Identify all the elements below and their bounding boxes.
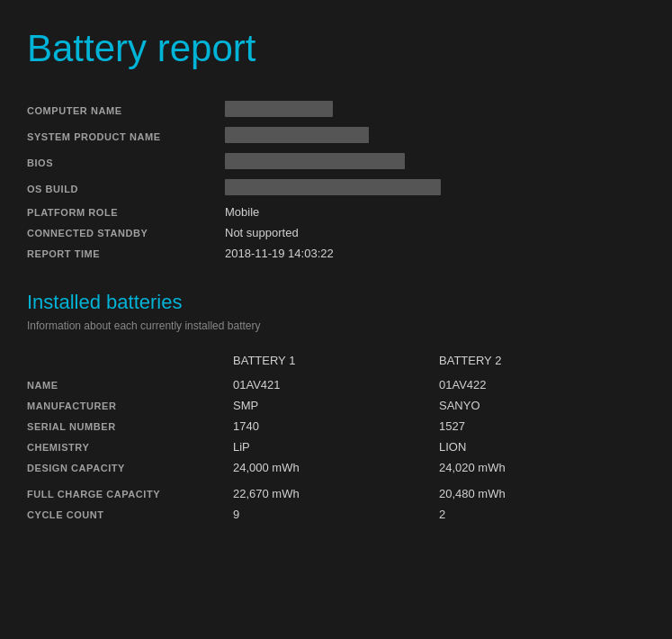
design-capacity-row: DESIGN CAPACITY 24,000 mWh 24,020 mWh <box>27 457 645 478</box>
report-time-value: 2018-11-19 14:03:22 <box>225 243 645 264</box>
connected-standby-row: CONNECTED STANDBY Not supported <box>27 222 645 243</box>
manufacturer-b1: SMP <box>233 395 439 416</box>
chemistry-row: CHEMISTRY LiP LION <box>27 436 645 457</box>
batteries-section-subtitle: Information about each currently install… <box>27 320 645 332</box>
batteries-header-row: BATTERY 1 BATTERY 2 <box>27 350 645 374</box>
serial-number-row: SERIAL NUMBER 1740 1527 <box>27 416 645 436</box>
bios-redacted <box>225 153 405 169</box>
design-capacity-label: DESIGN CAPACITY <box>27 457 233 478</box>
full-charge-capacity-b1: 22,670 mWh <box>233 478 439 504</box>
full-charge-capacity-b2: 20,480 mWh <box>439 478 645 504</box>
connected-standby-label: CONNECTED STANDBY <box>27 222 225 243</box>
design-capacity-b2: 24,020 mWh <box>439 457 645 478</box>
cycle-count-label: CYCLE COUNT <box>27 504 233 525</box>
system-product-name-redacted <box>225 127 369 143</box>
cycle-count-b2: 2 <box>439 504 645 525</box>
serial-number-b1: 1740 <box>233 416 439 436</box>
design-capacity-b1: 24,000 mWh <box>233 457 439 478</box>
system-product-name-label: SYSTEM PRODUCT NAME <box>27 123 225 149</box>
name-b2: 01AV422 <box>439 374 645 395</box>
battery2-header: BATTERY 2 <box>439 350 645 374</box>
name-row: NAME 01AV421 01AV422 <box>27 374 645 395</box>
os-build-label: OS BUILD <box>27 176 225 202</box>
manufacturer-label: MANUFACTURER <box>27 395 233 416</box>
name-label: NAME <box>27 374 233 395</box>
os-build-row: OS BUILD <box>27 176 645 202</box>
connected-standby-value: Not supported <box>225 222 645 243</box>
batteries-table: BATTERY 1 BATTERY 2 NAME 01AV421 01AV422… <box>27 350 645 525</box>
system-product-name-row: SYSTEM PRODUCT NAME <box>27 123 645 149</box>
cycle-count-b1: 9 <box>233 504 439 525</box>
full-charge-capacity-label: FULL CHARGE CAPACITY <box>27 478 233 504</box>
batteries-section: Installed batteries Information about ea… <box>27 291 645 332</box>
chemistry-b2: LION <box>439 436 645 457</box>
batteries-section-title: Installed batteries <box>27 291 645 314</box>
os-build-redacted <box>225 179 441 195</box>
bios-row: BIOS <box>27 149 645 176</box>
manufacturer-b2: SANYO <box>439 395 645 416</box>
batteries-label-col <box>27 350 233 374</box>
serial-number-b2: 1527 <box>439 416 645 436</box>
computer-name-label: COMPUTER NAME <box>27 97 225 123</box>
platform-role-label: PLATFORM ROLE <box>27 202 225 222</box>
computer-name-value <box>225 97 645 123</box>
system-product-name-value <box>225 123 645 149</box>
full-charge-capacity-row: FULL CHARGE CAPACITY 22,670 mWh 20,480 m… <box>27 478 645 504</box>
bios-label: BIOS <box>27 149 225 176</box>
computer-name-row: COMPUTER NAME <box>27 97 645 123</box>
system-info-table: COMPUTER NAME SYSTEM PRODUCT NAME BIOS O… <box>27 97 645 264</box>
serial-number-label: SERIAL NUMBER <box>27 416 233 436</box>
report-time-row: REPORT TIME 2018-11-19 14:03:22 <box>27 243 645 264</box>
platform-role-value: Mobile <box>225 202 645 222</box>
chemistry-label: CHEMISTRY <box>27 436 233 457</box>
chemistry-b1: LiP <box>233 436 439 457</box>
bios-value <box>225 149 645 176</box>
battery1-header: BATTERY 1 <box>233 350 439 374</box>
report-time-label: REPORT TIME <box>27 243 225 264</box>
platform-role-row: PLATFORM ROLE Mobile <box>27 202 645 222</box>
manufacturer-row: MANUFACTURER SMP SANYO <box>27 395 645 416</box>
computer-name-redacted <box>225 101 333 117</box>
cycle-count-row: CYCLE COUNT 9 2 <box>27 504 645 525</box>
os-build-value <box>225 176 645 202</box>
page-title: Battery report <box>27 27 645 70</box>
name-b1: 01AV421 <box>233 374 439 395</box>
